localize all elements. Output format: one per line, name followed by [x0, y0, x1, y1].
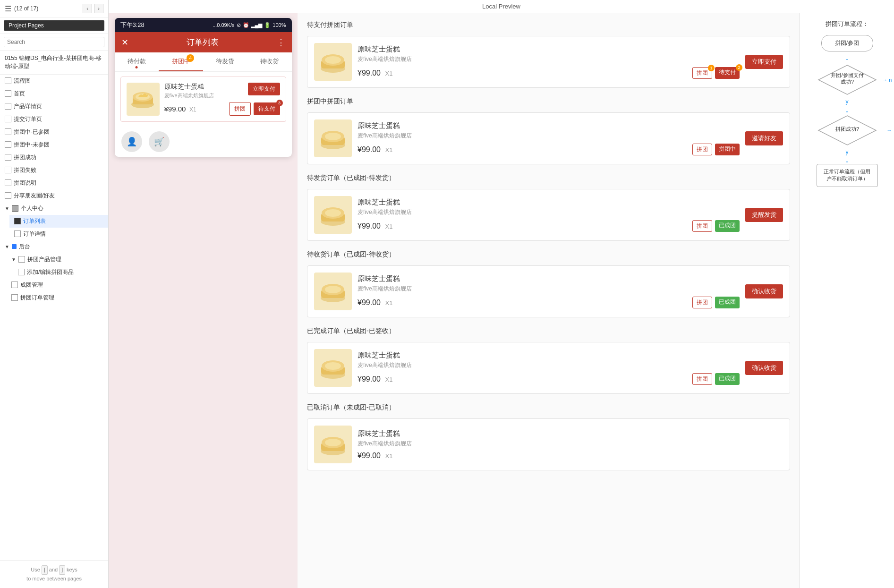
order-card-image	[314, 273, 352, 310]
order-card-info: 原味芝士蛋糕 麦five高端烘焙旗舰店 ¥99.00 X1 拼团 拼团中	[358, 121, 740, 155]
order-card-price: ¥99.00	[358, 452, 381, 460]
order-card-image	[314, 43, 352, 81]
order-actions: 拼团 待支付 3	[229, 102, 280, 116]
page-icon	[18, 256, 25, 263]
sidebar-item-group-fail[interactable]: 拼团失败	[0, 164, 108, 177]
sidebar-item-label: 产品详情页	[14, 102, 42, 111]
nav-more-button[interactable]: ⋮	[277, 37, 285, 48]
flow-node-group-success: 拼团成功? →	[817, 114, 878, 147]
sidebar-item-label: 拼团成功	[14, 153, 36, 162]
pending-pay-status-button[interactable]: 待支付	[254, 102, 280, 115]
section-title-cancelled: 已取消订单（未成团-已取消）	[307, 403, 790, 414]
svg-text:成功?: 成功?	[840, 79, 853, 85]
phone-nav-bar: ✕ 订单列表 ⋮	[115, 32, 292, 52]
group-button[interactable]: 拼团	[229, 102, 251, 116]
user-icon[interactable]: 👤	[121, 131, 142, 152]
sidebar-item-backend[interactable]: ▼ 后台	[0, 240, 108, 253]
status-tags: 拼团 已成团	[692, 373, 740, 385]
sidebar-item-order-detail[interactable]: 订单详情	[9, 228, 108, 240]
sidebar-item-share[interactable]: 分享朋友圈/好友	[0, 189, 108, 202]
order-card-price: ¥99.00	[358, 298, 381, 307]
tab-pending-receive[interactable]: 待收货	[247, 52, 292, 71]
flow-arrow-y2-label: y	[846, 149, 849, 155]
tab-label: 待收货	[260, 58, 279, 65]
order-card-price: ¥99.00	[358, 375, 381, 383]
nav-close-button[interactable]: ✕	[121, 37, 128, 48]
svg-point-11	[325, 133, 341, 140]
sidebar-item-submit-order[interactable]: 提交订单页	[0, 113, 108, 126]
next-page-button[interactable]: ›	[94, 4, 103, 13]
order-card-actions: 立即支付	[745, 55, 783, 69]
phone-bottom-icons: 👤 🛒	[115, 127, 292, 157]
sidebar-item-flow[interactable]: 流程图	[0, 75, 108, 87]
section-title-grouping: 拼团中拼团订单	[307, 97, 790, 108]
sidebar-item-label: 拼团中-未参团	[14, 141, 50, 149]
tab-pending-pay[interactable]: 待付款	[115, 52, 159, 71]
battery-icon: 🔋	[264, 22, 271, 28]
pending-badge: 3	[276, 100, 283, 106]
order-card-name: 原味芝士蛋糕	[358, 351, 740, 360]
sidebar-item-order-mgmt[interactable]: 拼团订单管理	[7, 291, 108, 304]
order-card-bottom: ¥99.00 X1 拼团 拼团中	[358, 144, 740, 155]
order-card-info: 原味芝士蛋糕 麦five高端烘焙旗舰店 ¥99.00 X1 拼团1 待支付2	[358, 45, 740, 79]
section-grouping: 拼团中拼团订单 原味芝士蛋糕 麦five高端烘焙旗舰店 ¥99.00 X1	[307, 97, 790, 164]
sidebar-item-order-list[interactable]: 订单列表	[9, 215, 108, 228]
page-icon	[18, 269, 25, 275]
section-pending-receive: 待收货订单（已成团-待收货） 原味芝士蛋糕 麦five高端烘焙旗舰店 ¥99.0…	[307, 250, 790, 317]
search-input[interactable]	[4, 37, 104, 47]
signal-bars-icon: ▂▄▆	[251, 22, 263, 28]
sidebar-item-personal-center[interactable]: ▼ 个人中心	[0, 202, 108, 215]
cart-icon[interactable]: 🛒	[149, 131, 170, 152]
status-tag: 待支付2	[715, 67, 740, 79]
tab-grouping[interactable]: 拼团中 4	[159, 52, 203, 71]
sidebar-item-label: 拼团订单管理	[20, 294, 54, 302]
sidebar-item-group-success[interactable]: 拼团成功	[0, 151, 108, 164]
page-icon	[5, 77, 11, 84]
triangle-icon: ▼	[5, 244, 9, 249]
status-tags: 拼团1 待支付2	[692, 67, 740, 79]
sidebar-item-group-product-mgmt[interactable]: ▼ 拼团产品管理	[7, 253, 108, 266]
order-card-shop: 麦five高端烘焙旗舰店	[358, 285, 740, 293]
sidebar-item-product-detail[interactable]: 产品详情页	[0, 100, 108, 113]
sidebar-item-add-product[interactable]: 添加/编辑拼团商品	[13, 266, 108, 279]
page-icon	[11, 281, 18, 288]
flowchart-title: 拼团订单流程：	[807, 20, 887, 28]
page-icon	[5, 154, 11, 161]
svg-point-15	[325, 209, 341, 217]
section-title-pending-ship: 待发货订单（已成团-待发货）	[307, 174, 790, 184]
order-card-price: ¥99.00	[358, 145, 381, 153]
order-image	[127, 83, 160, 116]
page-icon	[5, 116, 11, 122]
svg-point-27	[325, 439, 341, 446]
phone-order-item: 原味芝士蛋糕 麦five高端烘焙旗舰店 立即支付 ¥99.00 X1	[120, 77, 286, 122]
pay-now-button[interactable]: 立即支付	[248, 83, 280, 95]
sidebar-item-group-mgmt[interactable]: 成团管理	[7, 279, 108, 291]
order-card-pending-ship: 原味芝士蛋糕 麦five高端烘焙旗舰店 ¥99.00 X1 拼团 已成团	[307, 189, 790, 241]
order-card-shop: 麦five高端烘焙旗舰店	[358, 361, 740, 369]
sidebar-item-group-joined[interactable]: 拼团中-已参团	[0, 126, 108, 138]
order-card-shop: 麦five高端烘焙旗舰店	[358, 208, 740, 216]
confirm-receive-button[interactable]: 确认收货	[745, 284, 783, 298]
signal-text: ...0.09K/s	[213, 22, 234, 28]
order-card-bottom: ¥99.00 X1 拼团 已成团	[358, 373, 740, 385]
order-item-inner: 原味芝士蛋糕 麦five高端烘焙旗舰店 立即支付 ¥99.00 X1	[127, 83, 280, 116]
project-pages-button[interactable]: Project Pages	[4, 20, 104, 31]
order-info: 原味芝士蛋糕 麦five高端烘焙旗舰店 立即支付 ¥99.00 X1	[164, 83, 280, 116]
remind-ship-button[interactable]: 提醒发货	[745, 208, 783, 222]
sidebar-item-group-not-joined[interactable]: 拼团中-未参团	[0, 138, 108, 151]
tab-pending-ship[interactable]: 待发货	[203, 52, 247, 71]
sidebar-item-label: 个人中心	[21, 205, 43, 213]
invite-friend-button[interactable]: 邀请好友	[745, 131, 783, 145]
flow-arrow-n-label: → n	[882, 77, 892, 83]
page-icon	[5, 179, 11, 186]
sidebar-item-group-desc[interactable]: 拼团说明	[0, 177, 108, 189]
prev-page-button[interactable]: ‹	[83, 4, 92, 13]
flow-node-normal: 正常订单流程（但用户不能取消订单）	[817, 164, 878, 187]
status-tag: 拼团中	[715, 144, 740, 155]
section-cancelled: 已取消订单（未成团-已取消） 原味芝士蛋糕 麦five高端烘焙旗舰店 ¥99.0…	[307, 403, 790, 470]
confirm-receive-completed-button[interactable]: 确认收货	[745, 361, 783, 375]
order-card-actions: 提醒发货	[745, 208, 783, 222]
pay-now-card-button[interactable]: 立即支付	[745, 55, 783, 69]
sidebar-item-home[interactable]: 首页	[0, 87, 108, 100]
order-card-name: 原味芝士蛋糕	[358, 274, 740, 283]
